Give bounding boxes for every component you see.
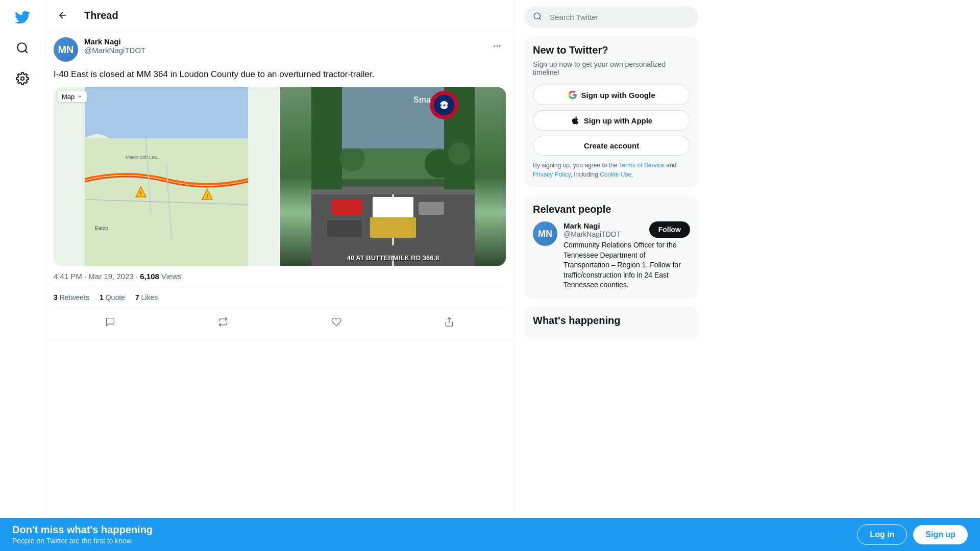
- avatar[interactable]: MN: [54, 37, 78, 62]
- person-info: Mark Nagi @MarkNagiTDOT Follow Community…: [564, 221, 690, 290]
- user-handle: @MarkNagiTDOT: [84, 46, 145, 55]
- apple-icon: [571, 116, 580, 125]
- person-name: Mark Nagi: [564, 221, 621, 230]
- google-icon: [568, 90, 577, 99]
- tweet-stats: 3 Retweets 1 Quote 7 Likes: [54, 287, 506, 308]
- person-name-row: Mark Nagi @MarkNagiTDOT Follow: [564, 221, 690, 238]
- share-button[interactable]: [439, 312, 459, 332]
- right-sidebar: New to Twitter? Sign up now to get your …: [514, 0, 708, 551]
- svg-point-26: [339, 146, 365, 171]
- bottom-banner: Don't miss what's happening People on Tw…: [0, 518, 980, 551]
- tweet-text: I-40 East is closed at MM 364 in Loudon …: [54, 68, 506, 81]
- banner-main-text: Don't miss what's happening: [12, 524, 153, 536]
- user-details: Mark Nagi @MarkNagiTDOT: [84, 37, 145, 55]
- reply-button[interactable]: [101, 312, 120, 332]
- svg-rect-20: [327, 220, 362, 238]
- tweet-actions: [54, 310, 506, 334]
- twitter-logo-icon[interactable]: [9, 4, 36, 31]
- thread-title: Thread: [84, 10, 118, 21]
- new-twitter-title: New to Twitter?: [533, 44, 690, 56]
- person-handle: @MarkNagiTDOT: [564, 230, 621, 238]
- sign-up-google-button[interactable]: Sign up with Google: [533, 85, 690, 105]
- tos-text: By signing up, you agree to the Terms of…: [533, 161, 690, 179]
- banner-login-button[interactable]: Log in: [857, 524, 907, 545]
- tweet-container: MN Mark Nagi @MarkNagiTDOT I-40 East is …: [45, 31, 514, 340]
- new-twitter-subtitle: Sign up now to get your own personalized…: [533, 60, 690, 77]
- svg-text:Mayor Bob Lea...: Mayor Bob Lea...: [126, 155, 161, 160]
- sidebar-item-settings[interactable]: [9, 65, 36, 92]
- camera-road-text: 40 AT BUTTERMILK RD 366.8: [347, 254, 439, 262]
- relevant-people-title: Relevant people: [533, 204, 690, 215]
- more-options-button[interactable]: [488, 37, 506, 55]
- map-media[interactable]: Map: [54, 87, 279, 266]
- retweet-button[interactable]: [213, 312, 233, 332]
- svg-text:Sma: Sma: [413, 95, 431, 104]
- person-name-handle: Mark Nagi @MarkNagiTDOT: [564, 221, 621, 238]
- search-icon: [533, 12, 542, 23]
- svg-rect-18: [373, 197, 413, 217]
- banner-sub-text: People on Twitter are the first to know.: [12, 537, 153, 545]
- privacy-link[interactable]: Privacy Policy: [533, 171, 571, 178]
- svg-point-1: [21, 77, 24, 81]
- create-account-button[interactable]: Create account: [533, 136, 690, 156]
- media-grid[interactable]: Map: [54, 87, 506, 266]
- tweet-user-info: MN Mark Nagi @MarkNagiTDOT: [54, 37, 145, 62]
- whats-happening-title: What's happening: [533, 315, 690, 327]
- svg-rect-19: [419, 202, 444, 215]
- svg-text:!: !: [206, 193, 208, 199]
- svg-text:!: !: [140, 191, 141, 196]
- svg-rect-21: [370, 217, 416, 238]
- map-label[interactable]: Map: [58, 91, 87, 102]
- follow-button[interactable]: Follow: [649, 221, 690, 238]
- left-sidebar: [0, 0, 45, 551]
- banner-actions: Log in Sign up: [857, 524, 968, 545]
- svg-point-28: [448, 142, 471, 165]
- camera-scene: ★★★ Sma 40 AT BUTTERMILK RD 366.8: [280, 87, 506, 266]
- cookie-link[interactable]: Cookie Use: [600, 171, 631, 178]
- svg-point-25: [311, 154, 342, 184]
- svg-point-4: [499, 45, 501, 47]
- banner-signup-button[interactable]: Sign up: [913, 525, 968, 544]
- svg-text:Eaton: Eaton: [95, 226, 108, 231]
- person-avatar[interactable]: MN: [533, 221, 557, 246]
- whats-happening-section: What's happening: [525, 307, 698, 341]
- sign-up-apple-button[interactable]: Sign up with Apple: [533, 110, 690, 131]
- new-to-twitter-box: New to Twitter? Sign up now to get your …: [525, 36, 698, 187]
- terms-link[interactable]: Terms of Service: [619, 162, 665, 169]
- tweet-timestamp: 4:41 PM · Mar 19, 2023 · 6,108 Views: [54, 272, 506, 281]
- camera-media[interactable]: ★★★ Sma 40 AT BUTTERMILK RD 366.8: [280, 87, 506, 266]
- like-button[interactable]: [327, 312, 346, 332]
- thread-header: Thread: [45, 0, 514, 31]
- camera-scene-svg: ★★★ Sma: [280, 87, 506, 266]
- banner-text: Don't miss what's happening People on Tw…: [12, 524, 153, 545]
- relevant-people-section: Relevant people MN Mark Nagi @MarkNagiTD…: [525, 195, 698, 298]
- svg-point-3: [497, 45, 498, 47]
- map-svg: ! ! Mayor Bob Lea... Eaton: [54, 87, 279, 266]
- quotes-stat[interactable]: 1 Quote: [100, 293, 125, 302]
- tweet-header: MN Mark Nagi @MarkNagiTDOT: [54, 37, 506, 62]
- svg-point-0: [17, 43, 26, 52]
- retweets-stat[interactable]: 3 Retweets: [54, 293, 89, 302]
- svg-point-2: [494, 45, 495, 47]
- search-box: [525, 6, 698, 28]
- sidebar-item-explore[interactable]: [9, 35, 36, 61]
- likes-stat[interactable]: 7 Likes: [135, 293, 158, 302]
- main-content: Thread MN Mark Nagi @MarkNagiTDOT I-40 E…: [45, 0, 514, 551]
- svg-text:★★★: ★★★: [439, 103, 450, 108]
- back-button[interactable]: [54, 6, 72, 24]
- search-input[interactable]: [525, 6, 698, 28]
- person-bio: Community Relations Officer for the Tenn…: [564, 240, 690, 290]
- svg-rect-17: [332, 199, 362, 215]
- svg-point-36: [534, 13, 540, 19]
- user-name: Mark Nagi: [84, 37, 145, 46]
- person-card: MN Mark Nagi @MarkNagiTDOT Follow Commun…: [533, 221, 690, 290]
